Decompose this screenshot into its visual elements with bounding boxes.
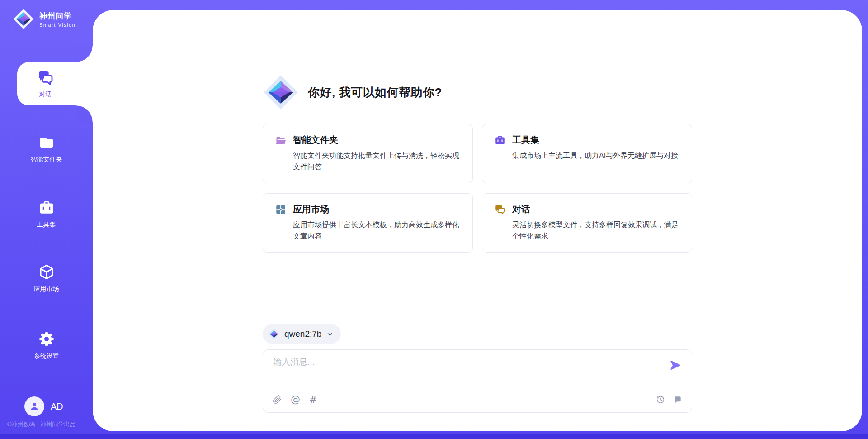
toolbar-right-group — [656, 395, 682, 404]
card-smart-folder[interactable]: 智能文件夹 智能文件夹功能支持批量文件上传与清洗，轻松实现文件问答 — [263, 124, 473, 183]
card-title: 工具集 — [512, 134, 539, 146]
mention-at-icon[interactable]: @ — [291, 395, 300, 405]
brand-logo: 神州问学 Smart Vision — [13, 8, 75, 30]
card-head: 智能文件夹 — [275, 134, 461, 146]
sidebar-item-app-market[interactable]: 应用市场 — [0, 263, 93, 293]
card-title: 应用市场 — [293, 203, 329, 215]
user-account[interactable]: AD — [24, 396, 63, 416]
model-name: qwen2:7b — [284, 329, 321, 339]
sidebar-item-label: 工具集 — [37, 221, 56, 229]
card-chat[interactable]: 对话 灵活切换多模型文件，支持多样回复效果调试，满足个性化需求 — [482, 193, 692, 253]
folder-icon — [38, 134, 55, 151]
greeting-row: 你好, 我可以如何帮助你? — [263, 74, 692, 110]
composer-toolbar: @ # — [270, 387, 685, 412]
brand-subtitle: Smart Vision — [39, 22, 75, 28]
sidebar-item-toolset[interactable]: 工具集 — [0, 199, 93, 229]
message-composer: @ # — [263, 349, 692, 413]
sidebar-item-smart-folder[interactable]: 智能文件夹 — [0, 134, 93, 164]
card-description: 集成市场上主流工具，助力AI与外界无缝扩展与对接 — [512, 150, 680, 162]
sidebar-item-label: 对话 — [39, 91, 52, 99]
folder-open-icon — [275, 134, 287, 146]
send-button[interactable] — [669, 359, 682, 372]
card-head: 对话 — [494, 203, 680, 215]
card-description: 应用市场提供丰富长文本模板，助力高效生成多样化文章内容 — [293, 220, 461, 242]
card-title: 对话 — [512, 203, 530, 215]
cube-icon — [38, 263, 55, 281]
brand-diamond-icon — [13, 8, 34, 30]
chat-duo-icon — [494, 204, 506, 215]
sidebar-item-label: 系统设置 — [34, 352, 59, 360]
avatar — [24, 396, 44, 416]
sidebar-item-chat[interactable]: 对话 — [17, 62, 93, 105]
hashtag-icon[interactable]: # — [309, 395, 317, 405]
card-title: 智能文件夹 — [293, 134, 338, 146]
main-panel: 你好, 我可以如何帮助你? 智能文件夹 智能文件夹功能支持批量文件上传与清洗，轻… — [93, 10, 862, 431]
card-app-market[interactable]: 应用市场 应用市场提供丰富长文本模板，助力高效生成多样化文章内容 — [263, 193, 473, 253]
history-clock-icon[interactable] — [656, 395, 665, 404]
copyright-footer: ©神州数码 · 神州问学出品 — [7, 420, 75, 429]
card-head: 应用市场 — [275, 203, 461, 215]
sidebar-item-label: 智能文件夹 — [31, 156, 62, 164]
person-icon — [28, 401, 40, 412]
card-description: 灵活切换多模型文件，支持多样回复效果调试，满足个性化需求 — [512, 220, 680, 242]
card-head: 工具集 — [494, 134, 680, 146]
greeting-title: 你好, 我可以如何帮助你? — [308, 85, 442, 100]
sidebar-item-settings[interactable]: 系统设置 — [0, 330, 93, 360]
sidebar: 神州问学 Smart Vision 对话 智能文件夹 工具集 应用市场 系统设置… — [0, 0, 93, 439]
card-toolset[interactable]: 工具集 集成市场上主流工具，助力AI与外界无缝扩展与对接 — [482, 124, 692, 183]
send-plane-icon — [669, 359, 682, 372]
user-initials: AD — [51, 401, 63, 412]
chat-bubble-icon[interactable] — [673, 395, 682, 404]
grid-icon — [275, 204, 287, 215]
model-selector[interactable]: qwen2:7b — [263, 324, 341, 344]
sidebar-item-label: 应用市场 — [34, 285, 59, 293]
feature-cards: 智能文件夹 智能文件夹功能支持批量文件上传与清洗，轻松实现文件问答 工具集 集成… — [263, 124, 692, 253]
briefcase-icon — [38, 199, 55, 216]
chat-duo-icon — [37, 69, 55, 87]
model-diamond-icon — [268, 328, 280, 340]
composer-area: qwen2:7b @ # — [263, 324, 692, 413]
main-content: 你好, 我可以如何帮助你? 智能文件夹 智能文件夹功能支持批量文件上传与清洗，轻… — [93, 10, 862, 431]
message-input[interactable] — [273, 356, 660, 384]
bottom-strip — [0, 434, 868, 439]
chevron-down-icon — [326, 330, 334, 338]
attachment-paperclip-icon[interactable] — [273, 395, 282, 404]
brand-diamond-icon — [263, 74, 299, 110]
card-description: 智能文件夹功能支持批量文件上传与清洗，轻松实现文件问答 — [293, 150, 461, 173]
gear-icon — [38, 330, 55, 348]
brand-text: 神州问学 Smart Vision — [39, 11, 75, 28]
brand-name: 神州问学 — [39, 11, 75, 21]
briefcase-icon — [494, 134, 506, 146]
